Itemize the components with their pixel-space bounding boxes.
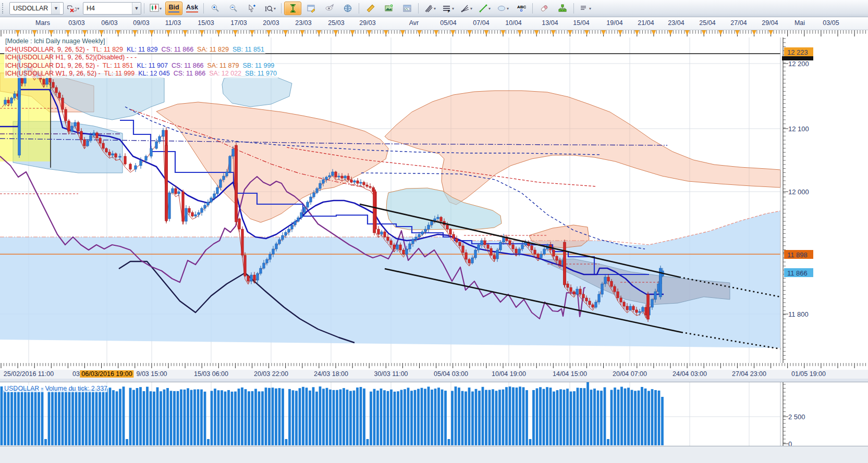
top-axis-label: 15/04 <box>573 19 589 27</box>
top-axis-label: Mars <box>35 19 50 27</box>
volume-title: USDOLLAR - Volume du tick: <box>4 385 89 392</box>
timeframe-select[interactable]: H4 ▼ <box>83 2 141 15</box>
ellipse-button[interactable]: ▾ <box>494 2 511 15</box>
screenshot-button[interactable] <box>398 2 415 15</box>
legend-indicator-line: ICH(USDOLLAR W1, 9, 26, 52) - TL: 11 999… <box>4 70 278 78</box>
price-chart-svg[interactable]: 12 22312 20012 10012 00011 89811 86611 8… <box>0 37 868 363</box>
web-button[interactable] <box>339 2 356 15</box>
globe-icon <box>343 4 352 13</box>
salmon-right-big <box>385 91 780 205</box>
bottom-axis-label: 15/03 06:00 <box>194 370 228 378</box>
image-add-icon <box>384 4 394 13</box>
chevron-down-icon[interactable]: ▼ <box>51 3 60 14</box>
bottom-axis-label-highlighted: 06/03/2016 19:00 <box>80 370 133 378</box>
chevron-down-icon[interactable]: ▾ <box>77 6 79 11</box>
objects-tree-button[interactable] <box>554 2 571 15</box>
bottom-axis-label: 24/04 03:00 <box>673 370 707 378</box>
unlink-icon <box>67 4 77 13</box>
zoom-cursor-button[interactable] <box>243 2 260 15</box>
top-axis-label: 13/04 <box>542 19 558 27</box>
volume-svg[interactable]: 2 5000 <box>0 382 868 446</box>
levels-button[interactable]: F▾ <box>439 2 457 15</box>
price-label: 12 100 <box>788 125 809 133</box>
volume-panel[interactable]: USDOLLAR - Volume du tick: 2 337 2 5000 <box>0 382 868 446</box>
top-axis-label: 17/03 <box>230 19 247 27</box>
text-button[interactable]: ABC <box>512 2 530 15</box>
eraser-button[interactable] <box>535 2 553 15</box>
bottom-strip <box>0 446 868 463</box>
price-label: 11 898 <box>787 251 808 259</box>
vertical-fit-button[interactable] <box>284 2 301 15</box>
fibo-lines-icon <box>424 4 433 13</box>
indicator-legend: [Modele : Ichi Daily nuage Weekly]ICH(US… <box>4 37 278 78</box>
chevron-down-icon[interactable]: ▾ <box>160 6 162 11</box>
volume-value: 2 337 <box>91 385 107 392</box>
chevron-down-icon[interactable]: ▾ <box>274 6 276 11</box>
top-axis-label: 29/04 <box>762 19 778 27</box>
chevron-down-icon[interactable]: ▾ <box>452 6 454 11</box>
window-edit-icon <box>307 4 316 13</box>
symbol-select[interactable]: USDOLLAR ▼ <box>9 2 64 15</box>
unlink-button[interactable]: ▾ <box>65 2 82 15</box>
zoom-out-button[interactable] <box>225 2 242 15</box>
bottom-axis-label: 30/03 11:00 <box>374 370 408 378</box>
bottom-axis-label: 14/04 15:00 <box>553 370 587 378</box>
top-axis-label: 19/04 <box>606 19 622 27</box>
zoom-in-button[interactable] <box>206 2 224 15</box>
volume-axis-label: 2 500 <box>788 413 805 421</box>
top-axis-label: 21/04 <box>638 19 654 27</box>
bottom-axis-label: 25/02/2016 11:00 <box>4 370 54 378</box>
price-label: 11 800 <box>788 310 809 318</box>
chevron-down-icon[interactable]: ▾ <box>507 6 509 11</box>
bid-button[interactable]: Bid <box>165 2 182 15</box>
measure-button[interactable] <box>362 2 379 15</box>
chart-type-button[interactable]: ▾ <box>147 2 164 15</box>
chevron-down-icon[interactable]: ▾ <box>488 6 491 11</box>
h-lines-icon: F <box>442 4 451 13</box>
trading-app-window: USDOLLAR ▼ ▾ H4 ▼ ▾ Bid Ask ▾▾F▾▾▾▾ABC▾ … <box>0 0 868 463</box>
zoom-box-icon <box>264 4 273 13</box>
list-icon <box>579 4 589 13</box>
symbol-select-value: USDOLLAR <box>13 5 48 12</box>
bottom-axis-label: 20/04 07:00 <box>613 370 647 378</box>
list-button[interactable]: ▾ <box>577 2 594 15</box>
ask-button[interactable]: Ask <box>184 2 201 15</box>
fibonacci-button[interactable]: ▾ <box>421 2 438 15</box>
toolbar-grip[interactable] <box>2 3 6 14</box>
top-axis-label: 29/03 <box>359 19 375 27</box>
top-axis-label: Avr <box>409 19 419 27</box>
zoom-cursor-icon <box>247 4 256 13</box>
edit-window-button[interactable] <box>302 2 320 15</box>
draw-line-button[interactable]: ▾ <box>476 2 493 15</box>
vertical-fit-icon <box>288 4 298 13</box>
bottom-axis-label: 27/04 23:00 <box>732 370 766 378</box>
fan-lines-icon <box>460 4 470 13</box>
legend-indicator-line: ICH(USDOLLAR, 9, 26, 52) - TL: 11 829 KL… <box>4 46 265 54</box>
top-date-axis[interactable]: Mars03/0306/0309/0311/0315/0317/0320/032… <box>0 17 868 30</box>
chevron-down-icon[interactable]: ▾ <box>470 6 472 11</box>
chevron-down-icon[interactable]: ▾ <box>589 6 591 11</box>
fan-lines-button[interactable]: ▾ <box>458 2 475 15</box>
volume-axis-label: 0 <box>788 440 792 446</box>
top-axis-label: 23/04 <box>668 19 684 27</box>
top-axis-label: 03/03 <box>68 19 84 27</box>
svg-text:F: F <box>448 9 450 13</box>
top-axis-label: Mai <box>794 19 805 27</box>
chevron-down-icon[interactable]: ▾ <box>434 6 436 11</box>
chevron-down-icon[interactable]: ▼ <box>132 3 141 14</box>
toolbar: USDOLLAR ▼ ▾ H4 ▼ ▾ Bid Ask ▾▾F▾▾▾▾ABC▾ <box>0 0 868 17</box>
main-chart-canvas[interactable]: [Modele : Ichi Daily nuage Weekly]ICH(US… <box>0 37 868 363</box>
ruler-icon <box>366 4 375 13</box>
bottom-axis-label: 03 <box>72 370 80 378</box>
top-axis-label: 10/04 <box>505 19 521 27</box>
bottom-axis-label: 05/04 03:00 <box>434 370 468 378</box>
bottom-date-axis[interactable]: 25/02/2016 11:000306/03/2016 19:009/03 1… <box>0 370 868 379</box>
zoom-box-button[interactable]: ▾ <box>261 2 278 15</box>
add-image-button[interactable] <box>380 2 397 15</box>
top-axis-label: 23/03 <box>295 19 311 27</box>
visibility-button[interactable] <box>321 2 338 15</box>
eye-icon <box>325 4 334 13</box>
top-axis-label: 15/03 <box>198 19 214 27</box>
candlestick-icon <box>150 4 159 13</box>
price-label: 12 000 <box>788 188 809 196</box>
